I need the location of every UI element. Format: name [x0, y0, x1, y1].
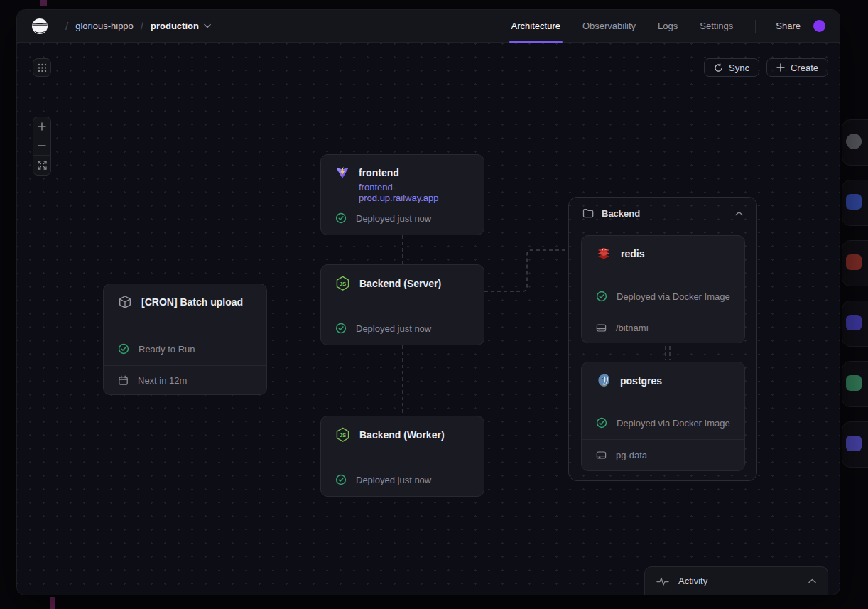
deploy-status: Deployed just now — [356, 213, 431, 224]
collapse-group-button[interactable] — [735, 211, 743, 216]
check-circle-icon — [596, 417, 607, 429]
create-label: Create — [791, 63, 818, 73]
deploy-status: Deployed just now — [356, 323, 431, 334]
calendar-icon — [118, 375, 129, 386]
environment-selector[interactable]: production — [151, 21, 211, 31]
volume-row: pg-data — [582, 439, 744, 470]
folder-icon — [582, 208, 594, 218]
screen: / glorious-hippo / production Architectu… — [0, 0, 868, 609]
group-header[interactable]: Backend — [569, 198, 756, 229]
deploy-status: Deployed just now — [356, 475, 431, 485]
template-service-icon — [846, 254, 862, 270]
template-service-icon — [846, 375, 862, 391]
deploy-status: Ready to Run — [139, 344, 195, 355]
grid-dots-icon — [38, 63, 47, 72]
volume-path: pg-data — [616, 450, 647, 460]
redis-icon — [596, 247, 612, 261]
nav-divider — [755, 20, 756, 33]
background-template-card — [842, 240, 868, 286]
tab-architecture[interactable]: Architecture — [511, 10, 560, 42]
tab-logs[interactable]: Logs — [658, 10, 678, 42]
sync-icon — [714, 63, 723, 72]
check-circle-icon — [596, 291, 607, 302]
check-circle-icon — [118, 343, 129, 355]
svg-text:JS: JS — [340, 281, 347, 287]
deploy-status: Deployed via Docker Image — [617, 418, 730, 429]
expand-activity-button[interactable] — [808, 578, 816, 583]
service-name: Backend (Server) — [359, 278, 441, 289]
background-template-card — [842, 180, 868, 226]
background-accent-bar-top — [40, 0, 47, 6]
architecture-canvas[interactable]: Sync Create — [17, 43, 840, 595]
fit-view-button[interactable] — [33, 156, 50, 175]
service-card-backend-worker[interactable]: JS Backend (Worker) Deployed just now — [320, 416, 484, 497]
chevron-down-icon — [204, 23, 211, 28]
template-service-icon — [846, 194, 862, 210]
service-card-postgres[interactable]: postgres Deployed via Docker Image — [581, 362, 745, 471]
tab-observability[interactable]: Observability — [582, 10, 636, 42]
service-name: frontend — [359, 167, 399, 178]
edge-server-group — [484, 250, 568, 291]
service-name: Backend (Worker) — [359, 429, 445, 441]
activity-panel[interactable]: Activity — [644, 566, 828, 595]
canvas-actions: Sync Create — [704, 58, 828, 77]
deploy-status: Deployed via Docker Image — [617, 291, 730, 302]
zoom-controls — [33, 117, 51, 176]
activity-pulse-icon — [656, 576, 669, 586]
check-circle-icon — [335, 474, 347, 485]
volume-row: /bitnami — [582, 313, 744, 343]
top-navbar: / glorious-hippo / production Architectu… — [17, 10, 840, 43]
group-name: Backend — [602, 208, 640, 219]
svg-text:JS: JS — [340, 432, 347, 438]
service-name: postgres — [620, 375, 662, 387]
background-accent-bar-bottom — [50, 597, 55, 609]
check-circle-icon — [335, 323, 347, 334]
service-domain-link[interactable]: frontend-prod.up.railway.app — [359, 182, 470, 203]
background-template-card — [842, 301, 868, 347]
share-button[interactable]: Share — [776, 21, 801, 31]
cron-schedule-row: Next in 12m — [104, 365, 266, 394]
service-card-redis[interactable]: redis Deployed via Docker Image — [581, 235, 745, 343]
user-avatar[interactable] — [813, 20, 825, 32]
check-circle-icon — [335, 212, 347, 224]
zoom-in-button[interactable] — [33, 117, 50, 136]
vite-icon — [335, 166, 349, 180]
nodejs-icon: JS — [335, 427, 350, 443]
sync-label: Sync — [729, 63, 749, 73]
breadcrumb-project[interactable]: glorious-hippo — [75, 21, 134, 31]
service-name: [CRON] Batch upload — [141, 296, 243, 308]
background-template-card — [842, 119, 868, 166]
zoom-out-button[interactable] — [33, 136, 50, 156]
environment-name: production — [151, 21, 199, 31]
volume-path: /bitnami — [616, 323, 649, 333]
volume-icon — [596, 451, 607, 460]
railway-logo[interactable] — [31, 18, 48, 35]
background-template-card — [842, 421, 868, 468]
chevron-up-icon — [735, 211, 743, 216]
nav-tabs: Architecture Observability Logs Settings — [511, 10, 734, 42]
service-group-backend[interactable]: Backend — [568, 197, 757, 481]
service-card-cron[interactable]: [CRON] Batch upload Ready to Run — [103, 284, 267, 395]
create-button[interactable]: Create — [766, 58, 828, 77]
breadcrumb-separator: / — [141, 20, 143, 32]
breadcrumb-separator: / — [65, 20, 68, 32]
template-service-icon — [846, 436, 862, 451]
tab-settings[interactable]: Settings — [700, 10, 733, 42]
next-run-label: Next in 12m — [138, 375, 187, 386]
template-service-icon — [846, 315, 862, 330]
template-service-icon — [846, 134, 862, 149]
cube-icon — [118, 295, 132, 309]
service-card-frontend[interactable]: frontend frontend-prod.up.railway.app De… — [320, 154, 484, 235]
sync-button[interactable]: Sync — [704, 58, 759, 77]
plus-icon — [38, 122, 46, 131]
expand-icon — [38, 161, 47, 170]
plus-icon — [776, 63, 785, 72]
chevron-up-icon — [808, 578, 816, 583]
postgresql-icon — [596, 373, 611, 388]
layout-grid-button[interactable] — [33, 58, 51, 77]
background-template-card — [842, 361, 868, 407]
nodejs-icon: JS — [335, 276, 350, 291]
service-name: redis — [621, 248, 644, 259]
service-card-backend-server[interactable]: JS Backend (Server) Deployed just now — [320, 264, 484, 345]
project-window: / glorious-hippo / production Architectu… — [17, 10, 840, 595]
